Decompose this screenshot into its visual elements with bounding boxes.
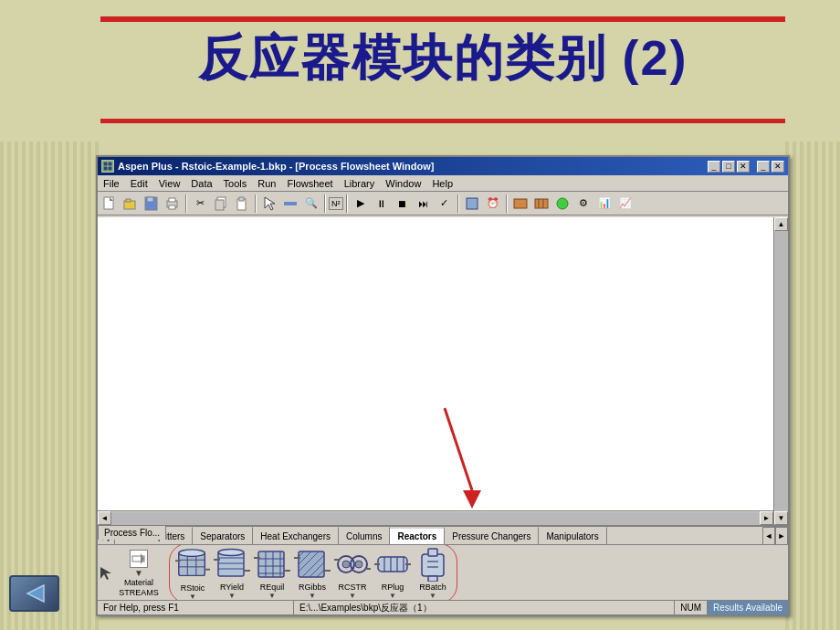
toolbar-stop[interactable]: ⏹ — [393, 194, 413, 214]
process-tab[interactable]: Process Flo... — [98, 525, 166, 540]
menu-view[interactable]: View — [153, 175, 186, 191]
minimize-button[interactable]: _ — [708, 161, 720, 173]
menu-data[interactable]: Data — [185, 175, 217, 191]
horizontal-scrollbar[interactable]: ◄ ► — [98, 510, 773, 525]
tab-separators[interactable]: Separators — [193, 527, 253, 544]
reactor-rgibbs[interactable]: RGibbs ▼ — [294, 547, 331, 600]
toolbar-extra3[interactable] — [552, 194, 572, 214]
tab-nav-arrows: ◄ ► — [762, 527, 788, 545]
rgibbs-expand: ▼ — [309, 592, 316, 600]
rbatch-expand: ▼ — [429, 592, 436, 600]
header-red-bar-top — [100, 16, 785, 22]
toolbar-sep-3 — [324, 194, 326, 213]
svg-rect-77 — [428, 576, 437, 582]
rcstr-icon — [334, 547, 371, 582]
toolbar-extra4[interactable]: ⚙ — [573, 194, 593, 214]
rbatch-icon — [415, 547, 451, 582]
menu-file[interactable]: File — [98, 175, 125, 191]
scroll-down-button[interactable]: ▼ — [774, 511, 788, 525]
toolbar-sep-2 — [255, 194, 257, 213]
svg-rect-10 — [169, 205, 175, 209]
toolbar-print[interactable] — [163, 194, 183, 214]
scroll-right-button[interactable]: ► — [760, 511, 773, 525]
toolbar-play[interactable]: ▶ — [351, 194, 371, 214]
svg-rect-16 — [284, 202, 297, 205]
reactor-rcstr[interactable]: RCSTR ▼ — [334, 547, 371, 600]
tab-columns[interactable]: Columns — [339, 527, 390, 544]
svg-rect-14 — [239, 197, 244, 201]
main-content: Aspen Plus - Rstoic-Example-1.bkp - [Pro… — [0, 142, 840, 630]
inner-minimize-button[interactable]: _ — [757, 161, 770, 173]
tab-heat-exchangers[interactable]: Heat Exchangers — [253, 527, 339, 544]
reactor-rbatch[interactable]: RBatch ▼ — [415, 547, 451, 600]
menu-help[interactable]: Help — [426, 175, 458, 191]
vertical-scrollbar[interactable]: ▲ ▼ — [773, 217, 788, 525]
toolbar-save[interactable] — [142, 194, 162, 214]
svg-point-22 — [557, 198, 568, 209]
ryield-icon — [214, 547, 250, 582]
tab-nav-next[interactable]: ► — [775, 527, 788, 545]
scroll-up-button[interactable]: ▲ — [774, 217, 788, 231]
menu-flowsheet[interactable]: Flowsheet — [281, 175, 338, 191]
tab-reactors[interactable]: Reactors — [390, 527, 445, 545]
svg-point-64 — [342, 561, 350, 568]
menu-tools[interactable]: Tools — [218, 175, 253, 191]
back-button[interactable] — [9, 575, 59, 612]
scroll-left-button[interactable]: ◄ — [98, 511, 111, 525]
reactor-rplug[interactable]: RPlug ▼ — [374, 547, 411, 600]
menu-window[interactable]: Window — [380, 175, 426, 191]
menu-edit[interactable]: Edit — [125, 175, 153, 191]
restore-button[interactable]: □ — [722, 161, 735, 173]
svg-rect-3 — [104, 197, 113, 209]
stream-expand-arrow: ▼ — [134, 568, 143, 578]
inner-close-button[interactable]: ✕ — [772, 161, 784, 173]
toolbar-extra6[interactable]: 📈 — [615, 194, 635, 214]
rgibbs-label: RGibbs — [299, 583, 326, 592]
toolbar-cut[interactable]: ✂ — [190, 194, 210, 214]
toolbar-check[interactable]: ✓ — [435, 194, 455, 214]
svg-rect-12 — [215, 200, 224, 210]
menu-bar: File Edit View Data Tools Run Flowsheet … — [98, 175, 788, 192]
menu-run[interactable]: Run — [252, 175, 281, 191]
reactor-requi[interactable]: REquil ▼ — [254, 547, 290, 600]
toolbar-open[interactable] — [121, 194, 141, 214]
toolbar-extra5[interactable]: 📊 — [594, 194, 614, 214]
svg-marker-15 — [265, 197, 275, 210]
stream-box — [130, 550, 148, 568]
reactor-rstoic[interactable]: RStoic ▼ — [175, 546, 210, 601]
ryield-label: RYield — [220, 583, 244, 592]
toolbar-copy[interactable] — [211, 194, 231, 214]
toolbar-pause[interactable]: ⏸ — [372, 194, 392, 214]
n2-button[interactable]: N² — [329, 197, 343, 210]
tab-pressure-changers[interactable]: Pressure Changers — [445, 527, 539, 544]
svg-rect-7 — [147, 197, 153, 202]
reactor-ryield[interactable]: RYield ▼ — [214, 547, 250, 600]
rstoic-icon — [175, 546, 210, 583]
svg-marker-28 — [141, 553, 144, 564]
tab-nav-prev[interactable]: ◄ — [762, 527, 775, 545]
toolbar-zoom[interactable]: 🔍 — [301, 194, 321, 214]
items-cursor-icon — [100, 566, 112, 581]
toolbar-results[interactable] — [462, 194, 482, 214]
toolbar-extra2[interactable] — [531, 194, 551, 214]
toolbar-connect[interactable] — [280, 194, 300, 214]
toolbar-paste[interactable] — [232, 194, 252, 214]
material-streams-item[interactable]: ▼ MaterialSTREAMS — [116, 550, 162, 598]
flowsheet-canvas[interactable] — [98, 217, 773, 525]
menu-library[interactable]: Library — [339, 175, 381, 191]
rgibbs-icon — [294, 547, 331, 582]
svg-marker-26 — [100, 567, 111, 580]
toolbar-new[interactable] — [100, 194, 120, 214]
toolbar-next[interactable]: ⏭ — [414, 194, 434, 214]
toolbar-extra1[interactable] — [510, 194, 530, 214]
tab-manipulators[interactable]: Manipulators — [539, 527, 606, 544]
rcstr-label: RCSTR — [339, 583, 367, 592]
scroll-track-h — [111, 512, 760, 525]
close-button[interactable]: ✕ — [737, 161, 750, 173]
toolbar-cursor[interactable] — [259, 194, 279, 214]
toolbar-clock[interactable]: ⏰ — [483, 194, 503, 214]
rstoic-label: RStoic — [181, 583, 205, 593]
ryield-expand: ▼ — [228, 592, 236, 600]
svg-marker-80 — [27, 585, 44, 602]
status-bar: For Help, press F1 E:\...\Examples\bkp\反… — [98, 600, 788, 614]
